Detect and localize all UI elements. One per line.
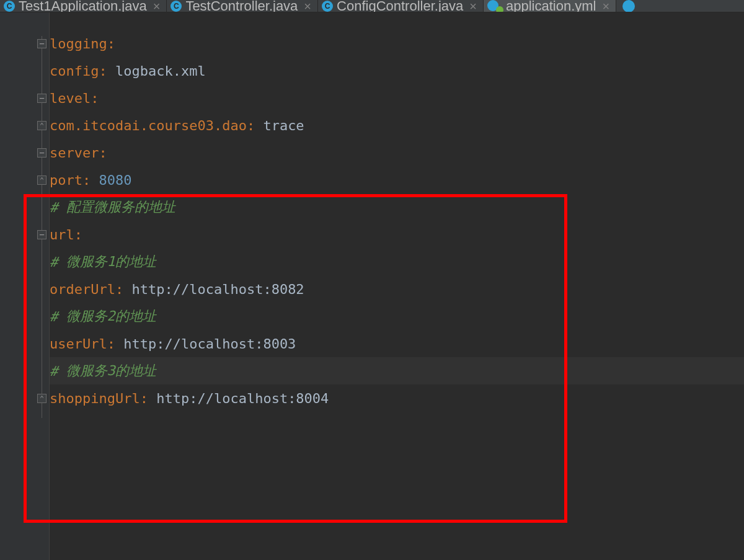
yaml-key: orderUrl	[50, 282, 115, 297]
fold-toggle-icon[interactable]	[37, 148, 46, 158]
java-class-icon: C	[4, 1, 15, 12]
comment: #	[50, 200, 66, 215]
tab-configcontroller-java[interactable]: CConfigController.java×	[318, 0, 484, 12]
yaml-key: com.itcodai.course03.dao	[50, 118, 247, 133]
tab-label: application.yml	[506, 0, 596, 12]
code-line[interactable]: url:	[50, 221, 744, 248]
java-class-icon: C	[170, 1, 182, 12]
close-icon[interactable]: ×	[304, 0, 311, 12]
comment-text: 配置微服务的地址	[66, 198, 175, 216]
fold-toggle-icon[interactable]	[37, 230, 46, 239]
code-area[interactable]: logging: config: logback.xml level: com.…	[50, 12, 744, 560]
yaml-value: 8080	[99, 172, 131, 188]
code-line[interactable]: com.itcodai.course03.dao: trace	[50, 112, 744, 139]
close-icon[interactable]: ×	[602, 0, 609, 12]
code-line[interactable]: orderUrl: http://localhost:8082	[50, 275, 744, 303]
tab-label: Test1Application.java	[19, 0, 147, 12]
fold-toggle-icon[interactable]	[37, 39, 46, 48]
next-tab-icon	[622, 0, 635, 12]
fold-end-icon[interactable]	[37, 176, 46, 185]
code-line[interactable]: logging:	[50, 30, 744, 57]
spring-config-icon	[487, 0, 502, 12]
code-line[interactable]: shoppingUrl: http://localhost:8004	[50, 384, 744, 412]
comment: #	[50, 309, 66, 324]
yaml-value: http://localhost:8004	[156, 391, 329, 406]
yaml-key: url	[50, 227, 74, 242]
tab-test1application-java[interactable]: CTest1Application.java×	[0, 0, 167, 12]
code-line[interactable]: # 微服务3的地址	[50, 357, 744, 384]
code-line[interactable]: server:	[50, 139, 744, 166]
code-line[interactable]: port: 8080	[50, 166, 744, 193]
comment: #	[50, 363, 66, 379]
code-line[interactable]: # 配置微服务的地址	[50, 193, 744, 221]
code-line[interactable]: level:	[50, 84, 744, 112]
comment: #	[50, 254, 66, 270]
comment-text: 微服务1的地址	[66, 252, 156, 271]
code-line[interactable]: config: logback.xml	[50, 57, 744, 84]
yaml-key: logging	[50, 36, 107, 51]
yaml-key: server	[50, 145, 99, 161]
close-icon[interactable]: ×	[153, 0, 161, 12]
editor: logging: config: logback.xml level: com.…	[0, 12, 744, 560]
code-line[interactable]: # 微服务2的地址	[50, 303, 744, 330]
yaml-value: logback.xml	[115, 63, 206, 79]
yaml-value: http://localhost:8003	[123, 336, 296, 352]
gutter	[0, 12, 50, 560]
fold-end-icon[interactable]	[37, 394, 46, 403]
fold-toggle-icon[interactable]	[37, 94, 46, 103]
comment-text: 微服务3的地址	[66, 362, 156, 380]
close-icon[interactable]: ×	[469, 0, 477, 12]
yaml-key: shoppingUrl	[50, 391, 140, 406]
yaml-value: http://localhost:8082	[131, 282, 304, 297]
yaml-key: level	[50, 91, 91, 106]
yaml-value: trace	[263, 118, 304, 133]
yaml-key: config	[50, 63, 99, 79]
code-line[interactable]: userUrl: http://localhost:8003	[50, 330, 744, 357]
tab-bar: CTest1Application.java×CTestController.j…	[0, 0, 744, 12]
code-line[interactable]: # 微服务1的地址	[50, 248, 744, 275]
tab-application-yml[interactable]: application.yml×	[484, 0, 616, 12]
comment-text: 微服务2的地址	[66, 307, 156, 326]
tab-testcontroller-java[interactable]: CTestController.java×	[167, 0, 318, 12]
yaml-key: port	[50, 172, 82, 188]
yaml-key: userUrl	[50, 336, 107, 352]
java-class-icon: C	[322, 1, 333, 12]
tab-label: ConfigController.java	[337, 0, 463, 12]
fold-end-icon[interactable]	[37, 121, 46, 130]
tab-label: TestController.java	[185, 0, 298, 12]
